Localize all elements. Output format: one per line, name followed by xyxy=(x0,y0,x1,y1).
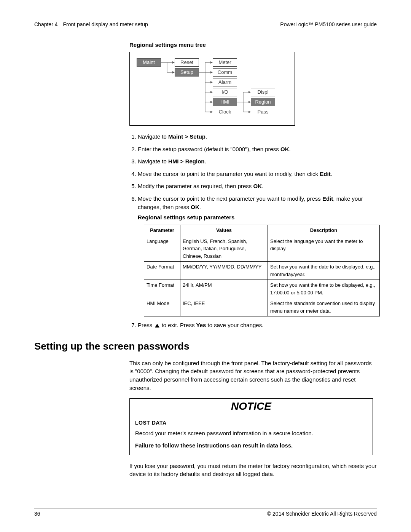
header-left: Chapter 4—Front panel display and meter … xyxy=(34,21,148,27)
tree-node-hmi: HMI xyxy=(213,98,237,106)
params-table: Parameter Values Description Language En… xyxy=(144,225,380,316)
copyright: © 2014 Schneider Electric All Rights Res… xyxy=(267,511,377,517)
table-row: HMI Mode IEC, IEEE Select the standards … xyxy=(144,298,380,316)
th-values: Values xyxy=(180,225,268,236)
table-row: Date Format MM/DD/YY, YY/MM/DD, DD/MM/YY… xyxy=(144,262,380,280)
menu-tree-diagram: Maint Reset Setup Meter Comm Alarm I/O H… xyxy=(129,52,295,126)
tree-node-reset: Reset xyxy=(175,58,199,67)
notice-title: NOTICE xyxy=(130,399,373,415)
tree-node-region: Region xyxy=(251,98,275,106)
tree-node-io: I/O xyxy=(213,88,237,96)
tree-heading: Regional settings menu tree xyxy=(129,42,377,48)
page-number: 36 xyxy=(34,511,40,517)
section-title-passwords: Setting up the screen passwords xyxy=(34,340,377,352)
th-parameter: Parameter xyxy=(144,225,180,236)
passwords-after: If you lose your password, you must retu… xyxy=(129,462,377,479)
notice-warning: Failure to follow these instructions can… xyxy=(135,441,367,450)
page-footer: 36 © 2014 Schneider Electric All Rights … xyxy=(34,508,377,517)
step-5: Modify the parameter as required, then p… xyxy=(138,182,377,191)
tree-node-comm: Comm xyxy=(213,68,237,77)
notice-line: Record your meter's screen password info… xyxy=(135,429,367,438)
step-4: Move the cursor to point to the paramete… xyxy=(138,170,377,179)
step-1: Navigate to Maint > Setup. xyxy=(138,133,377,141)
steps-list: Navigate to Maint > Setup. Enter the set… xyxy=(129,133,377,330)
tree-node-alarm: Alarm xyxy=(213,78,237,86)
step-7: Press to exit. Press Yes to save your ch… xyxy=(138,321,377,330)
page-header: Chapter 4—Front panel display and meter … xyxy=(34,21,377,30)
tree-node-setup: Setup xyxy=(175,68,199,77)
tree-node-maint: Maint xyxy=(137,58,161,67)
notice-subhead: Lost Data xyxy=(135,419,367,427)
step-3: Navigate to HMI > Region. xyxy=(138,157,377,166)
tree-node-meter: Meter xyxy=(213,58,237,67)
table-row: Language English US, French, Spanish, Ge… xyxy=(144,236,380,262)
notice-box: NOTICE Lost Data Record your meter's scr… xyxy=(129,398,373,455)
header-right: PowerLogic™ PM5100 series user guide xyxy=(280,21,377,27)
up-arrow-icon xyxy=(155,324,159,328)
tree-node-pass: Pass xyxy=(251,108,275,116)
passwords-intro: This can only be configured through the … xyxy=(129,359,377,392)
step-2: Enter the setup password (default is "00… xyxy=(138,145,377,154)
table-row: Time Format 24Hr, AM/PM Set how you want… xyxy=(144,280,380,298)
tree-node-displ: Displ xyxy=(251,88,275,96)
params-heading: Regional settings setup parameters xyxy=(138,213,377,222)
tree-node-clock: Clock xyxy=(213,108,237,116)
step-6: Move the cursor to point to the next par… xyxy=(138,195,377,317)
th-description: Description xyxy=(268,225,380,236)
